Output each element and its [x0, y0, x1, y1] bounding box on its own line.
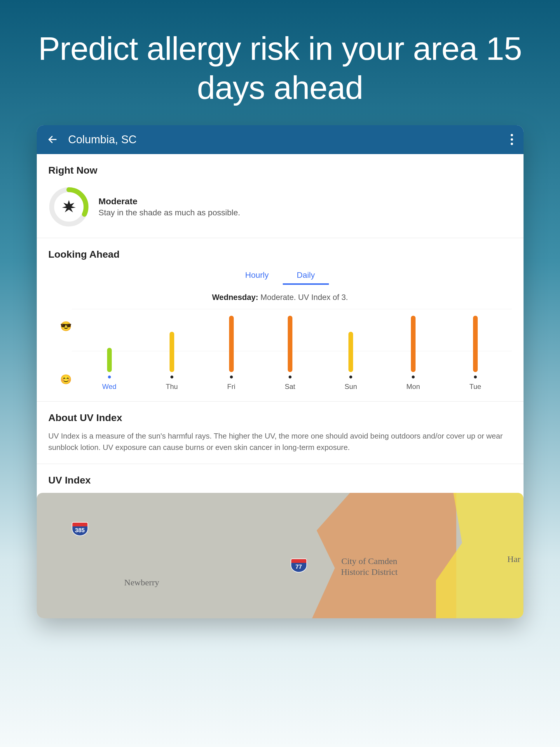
map-label-newberry: Newberry [124, 577, 159, 587]
app-screenshot: Columbia, SC Right Now Moderate Stay in … [37, 125, 524, 618]
tab-hourly[interactable]: Hourly [231, 267, 283, 285]
map-label-har: Har [507, 554, 520, 564]
interstate-shield-385: 385 [72, 522, 88, 536]
bar-label: Thu [166, 383, 178, 391]
uv-gauge [48, 186, 89, 227]
bar-dot [108, 376, 111, 379]
forecast-tabs: Hourly Daily [48, 267, 512, 285]
bar-wed[interactable]: Wed [102, 348, 117, 391]
looking-ahead-section: Looking Ahead Hourly Daily Wednesday: Mo… [37, 238, 524, 402]
bar-dot [412, 376, 415, 379]
bar-sun[interactable]: Sun [345, 332, 357, 391]
bar-fill [411, 316, 415, 372]
map-label-camden: City of Camden Historic District [329, 556, 410, 577]
bar-thu[interactable]: Thu [166, 332, 178, 391]
right-now-title: Right Now [48, 164, 512, 176]
bar-fill [170, 332, 174, 372]
bar-label: Fri [227, 383, 235, 391]
bar-sat[interactable]: Sat [285, 316, 295, 391]
bar-fill [473, 316, 478, 372]
uv-level-label: Moderate [99, 197, 240, 206]
bar-fri[interactable]: Fri [227, 316, 235, 391]
interstate-shield-77: 77 [291, 559, 307, 572]
back-icon[interactable] [47, 134, 58, 145]
uv-bar-chart: 😎 😊 WedThuFriSatSunMonTue [48, 309, 512, 391]
bar-dot [230, 376, 233, 379]
looking-ahead-title: Looking Ahead [48, 249, 512, 260]
bar-fill [349, 332, 353, 372]
about-title: About UV Index [48, 412, 512, 423]
bar-dot [349, 376, 352, 379]
tab-daily[interactable]: Daily [283, 267, 329, 285]
bar-label: Tue [469, 383, 481, 391]
bar-dot [474, 376, 477, 379]
right-now-section: Right Now Moderate Stay in the shade as … [37, 154, 524, 238]
bar-fill [288, 316, 292, 372]
bar-label: Mon [407, 383, 420, 391]
app-header: Columbia, SC [37, 125, 524, 154]
bar-dot [171, 376, 173, 379]
forecast-summary: Wednesday: Moderate. UV Index of 3. [48, 293, 512, 302]
bar-dot [288, 376, 291, 379]
uv-map-section: UV Index 385 77 Newberry City of Camden … [37, 464, 524, 618]
location-title: Columbia, SC [68, 133, 500, 146]
bar-tue[interactable]: Tue [469, 316, 481, 391]
bar-label: Wed [102, 383, 117, 391]
more-menu-icon[interactable] [511, 134, 513, 145]
svg-marker-2 [62, 200, 76, 212]
bar-fill [229, 316, 234, 372]
about-text: UV Index is a measure of the sun's harmf… [48, 430, 512, 453]
sun-icon [61, 199, 77, 215]
bar-label: Sat [285, 383, 295, 391]
uv-advice: Stay in the shade as much as possible. [99, 208, 240, 217]
y-axis-icon-low: 😊 [60, 374, 72, 385]
uv-index-map[interactable]: 385 77 Newberry City of Camden Historic … [37, 493, 524, 618]
bar-fill [107, 348, 112, 372]
uv-map-title: UV Index [48, 474, 512, 486]
about-uv-section: About UV Index UV Index is a measure of … [37, 402, 524, 464]
bar-label: Sun [345, 383, 357, 391]
hero-title: Predict allergy risk in your area 15 day… [0, 0, 560, 125]
y-axis-icon-high: 😎 [60, 321, 72, 332]
bar-mon[interactable]: Mon [407, 316, 420, 391]
